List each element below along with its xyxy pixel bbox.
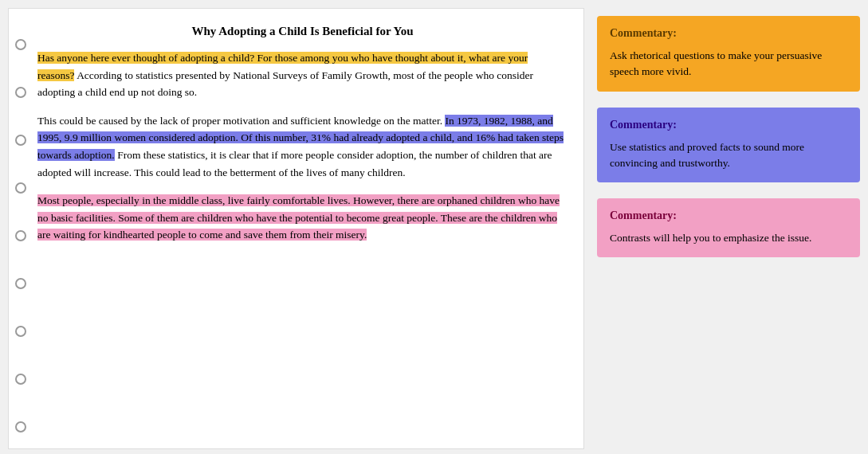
radio-7[interactable] [15, 326, 26, 337]
radio-8[interactable] [15, 374, 26, 385]
text-plain-1: According to statistics presented by Nat… [37, 69, 533, 99]
highlight-pink-1: Most people, especially in the middle cl… [37, 194, 560, 241]
paragraph-3: Most people, especially in the middle cl… [37, 192, 568, 244]
commentary-panel: Commentary: Ask rhetorical questions to … [597, 8, 860, 449]
radio-column [9, 17, 33, 440]
radio-4[interactable] [15, 182, 26, 194]
commentary-text-1: Ask rhetorical questions to make your pe… [610, 48, 847, 80]
article-content: Why Adopting a Child Is Beneficial for Y… [33, 17, 583, 440]
commentary-card-2: Commentary: Use statistics and proved fa… [597, 108, 860, 183]
commentary-card-1: Commentary: Ask rhetorical questions to … [597, 16, 860, 92]
main-content-panel: Why Adopting a Child Is Beneficial for Y… [8, 8, 584, 449]
commentary-card-3: Commentary: Contrasts will help you to e… [597, 198, 860, 257]
commentary-text-2: Use statistics and proved facts to sound… [610, 139, 847, 172]
radio-3[interactable] [15, 135, 26, 146]
paragraph-1: Has anyone here ever thought of adopting… [37, 49, 568, 101]
radio-1[interactable] [15, 39, 26, 50]
radio-2[interactable] [15, 87, 26, 98]
commentary-label-3: Commentary: [610, 209, 847, 222]
article-title: Why Adopting a Child Is Beneficial for Y… [37, 25, 568, 38]
commentary-text-3: Contrasts will help you to emphasize the… [610, 230, 847, 246]
radio-6[interactable] [15, 278, 26, 289]
paragraph-2: This could be caused by the lack of prop… [37, 112, 568, 181]
commentary-label-2: Commentary: [610, 119, 847, 131]
radio-9[interactable] [15, 421, 26, 432]
radio-5[interactable] [15, 230, 26, 241]
text-plain-3: From these statistics, it is clear that … [37, 149, 552, 178]
commentary-label-1: Commentary: [610, 27, 847, 40]
text-plain-2: This could be caused by the lack of prop… [37, 115, 445, 127]
